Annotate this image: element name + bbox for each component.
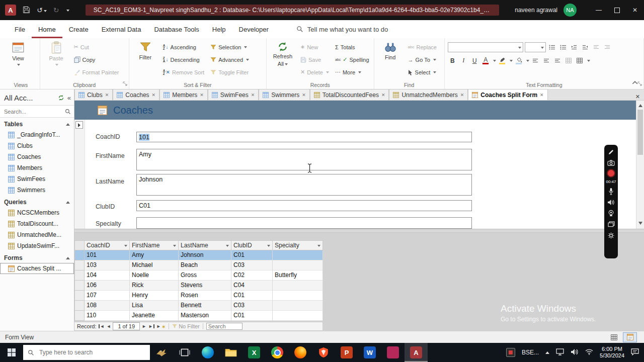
italic-button[interactable]: I xyxy=(459,56,468,65)
field-input-specialty[interactable] xyxy=(136,217,472,229)
cell[interactable]: 107 xyxy=(85,291,130,301)
display-tray-icon[interactable] xyxy=(556,348,564,357)
tray-app-icon[interactable] xyxy=(506,348,515,357)
underline-button[interactable]: U xyxy=(470,56,479,65)
sidebar-item-totaldiscount[interactable]: TotalDiscount... xyxy=(0,218,74,229)
cell[interactable]: 104 xyxy=(85,270,130,281)
ascending-button[interactable]: AZ↓ Ascending xyxy=(162,41,206,53)
cell[interactable]: Henry xyxy=(130,291,179,301)
row-selector[interactable] xyxy=(74,311,85,321)
doc-tab-coaches-split-form[interactable]: Coaches Split Form✕ xyxy=(468,89,547,100)
cell[interactable]: C01 xyxy=(231,291,273,301)
refresh-pane-icon[interactable] xyxy=(58,95,64,101)
cell[interactable]: 101 xyxy=(85,250,130,260)
speaker-icon[interactable] xyxy=(607,198,615,206)
microphone-icon[interactable] xyxy=(608,187,614,195)
select-button[interactable]: Select xyxy=(407,66,438,78)
clipboard-dialog-launcher-icon[interactable] xyxy=(123,81,128,88)
close-tab-icon[interactable]: ✕ xyxy=(540,93,544,98)
cell[interactable]: 106 xyxy=(85,281,130,291)
font-color-button[interactable]: A xyxy=(481,56,491,65)
previous-record-button[interactable]: ◄ xyxy=(106,324,111,329)
table-row[interactable]: 106 Rick Stevens C04 xyxy=(74,281,323,291)
go-to-button[interactable]: →Go To xyxy=(407,53,438,66)
tray-app-label[interactable]: BSE... xyxy=(522,349,539,356)
increase-indent-icon[interactable] xyxy=(581,43,590,52)
screens-icon[interactable] xyxy=(608,220,615,228)
tab-create[interactable]: Create xyxy=(62,20,95,38)
cell[interactable]: C02 xyxy=(231,270,273,281)
toggle-filter-button[interactable]: Toggle Filter xyxy=(209,66,251,78)
scrollbar-thumb[interactable] xyxy=(637,110,643,155)
access-taskbar-button[interactable]: A xyxy=(405,343,428,362)
selection-button[interactable]: Selection xyxy=(209,41,251,53)
highlight-chevron-icon[interactable] xyxy=(510,60,513,63)
next-record-button[interactable]: ► xyxy=(142,324,146,329)
section-tables[interactable]: Tables xyxy=(0,118,74,129)
record-button[interactable] xyxy=(608,170,614,176)
action-center-icon[interactable] xyxy=(631,348,639,357)
paste-button[interactable]: Paste xyxy=(43,40,69,66)
cell[interactable] xyxy=(273,291,323,301)
cell[interactable]: Rosen xyxy=(179,291,231,301)
column-header-firstname[interactable]: FirstName xyxy=(130,240,179,250)
close-tab-icon[interactable]: ✕ xyxy=(105,93,109,98)
align-center-icon[interactable] xyxy=(542,56,551,65)
sidebar-item-gradinginfo[interactable]: _GradingInfoT... xyxy=(0,129,74,140)
edge-button[interactable] xyxy=(196,343,219,362)
row-selector[interactable] xyxy=(74,250,85,260)
field-input-lastname[interactable]: Johnson xyxy=(136,174,472,196)
close-tab-icon[interactable]: ✕ xyxy=(200,93,204,98)
cell[interactable]: Masterson xyxy=(179,311,231,321)
cell[interactable]: C04 xyxy=(231,281,273,291)
cell[interactable]: Amy xyxy=(130,250,179,260)
cell[interactable]: Jeanette xyxy=(130,311,179,321)
advanced-button[interactable]: Advanced xyxy=(209,53,251,66)
column-header-clubid[interactable]: ClubID xyxy=(231,240,273,250)
background-fill-button[interactable] xyxy=(514,56,524,65)
cell[interactable]: C01 xyxy=(231,311,273,321)
font-color-chevron-icon[interactable] xyxy=(493,60,496,63)
doc-tab-coaches[interactable]: Coaches✕ xyxy=(113,89,159,100)
gridlines-button[interactable] xyxy=(575,56,585,65)
cell[interactable] xyxy=(273,260,323,270)
sidebar-item-swimfees[interactable]: SwimFees xyxy=(0,173,74,185)
splitter-bar[interactable] xyxy=(74,229,644,233)
align-left-icon[interactable] xyxy=(531,56,540,65)
cell[interactable] xyxy=(273,301,323,311)
row-selector[interactable] xyxy=(74,260,85,270)
table-row[interactable]: 101 Amy Johnson C01 xyxy=(74,250,323,260)
section-queries[interactable]: Queries xyxy=(0,196,74,207)
numbering-icon[interactable] xyxy=(558,43,568,52)
sidebar-item-unmatchedmembers[interactable]: UnmatchedMe... xyxy=(0,229,74,240)
table-row[interactable]: 110 Jeanette Masterson C01 xyxy=(74,311,323,321)
cell[interactable]: C03 xyxy=(231,260,273,270)
collapse-ribbon-chevron-icon[interactable] xyxy=(632,79,638,86)
new-record-button[interactable]: ►∗ xyxy=(156,324,166,329)
column-filter-chevron-icon[interactable] xyxy=(317,245,320,248)
cell[interactable]: Rick xyxy=(130,281,179,291)
close-tab-icon[interactable]: ✕ xyxy=(460,93,464,98)
cell[interactable]: Butterfly xyxy=(273,270,323,281)
sidebar-item-coaches-split-form[interactable]: Coaches Split ... xyxy=(0,263,74,274)
eagle-app-button[interactable] xyxy=(150,343,173,362)
sidebar-item-coaches[interactable]: Coaches xyxy=(0,151,74,162)
task-view-button[interactable] xyxy=(173,343,196,362)
field-input-coachid[interactable]: 101 xyxy=(136,132,472,142)
remove-sort-button[interactable]: AZ✕ Remove Sort xyxy=(162,66,206,78)
column-filter-chevron-icon[interactable] xyxy=(267,245,270,248)
datasheet-format-icon[interactable] xyxy=(564,56,574,65)
cell[interactable]: Lisa xyxy=(130,301,179,311)
scroll-up-icon[interactable] xyxy=(638,102,642,107)
sidebar-item-updateswimfees[interactable]: UpdateSwimF... xyxy=(0,240,74,251)
tab-external-data[interactable]: External Data xyxy=(95,20,148,38)
close-document-icon[interactable]: ✕ xyxy=(635,94,640,100)
new-record-button[interactable]: ∗New xyxy=(299,41,331,53)
first-record-button[interactable]: ◄ xyxy=(99,324,105,329)
row-selector[interactable] xyxy=(74,281,85,291)
view-button[interactable]: View xyxy=(5,40,31,66)
find-button[interactable]: Find xyxy=(377,40,404,61)
table-row[interactable]: 104 Noelle Gross C02 Butterfly xyxy=(74,270,323,281)
undo-icon[interactable]: ↺ xyxy=(37,7,47,14)
totals-button[interactable]: ΣTotals xyxy=(334,41,371,53)
